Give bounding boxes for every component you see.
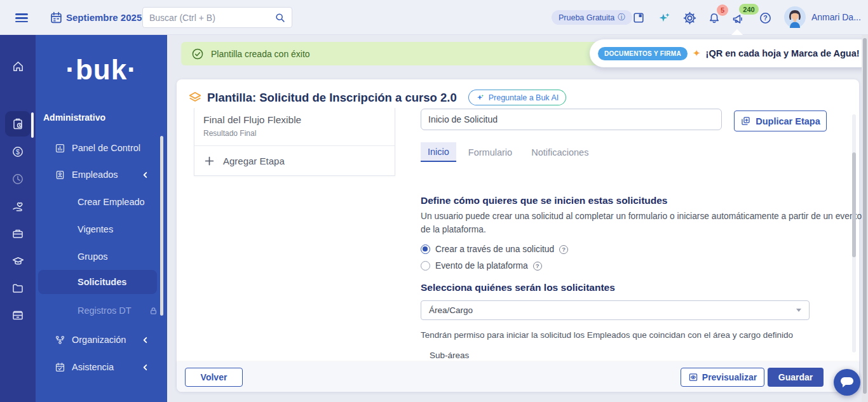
toast-arrow	[731, 29, 743, 35]
clock-icon	[11, 173, 24, 185]
folder-icon	[11, 282, 24, 295]
ai-assistant-button[interactable]	[658, 11, 672, 25]
sidebar-item-organizacion[interactable]: Organización	[38, 332, 158, 347]
home-icon	[12, 60, 24, 72]
permission-note: Tendrán permiso para iniciar la solicitu…	[421, 330, 793, 340]
question-icon[interactable]: ?	[559, 245, 568, 254]
icon-rail: $	[0, 35, 36, 402]
save-button[interactable]: Guardar	[768, 368, 824, 387]
trial-badge[interactable]: Prueba Gratuita ⓘ	[552, 10, 632, 25]
help-icon: ?	[759, 11, 773, 25]
save-shortcut-button[interactable]	[632, 11, 646, 25]
sidebar-item-solicitudes[interactable]: Solicitudes	[38, 274, 158, 290]
calendar-check-icon	[55, 362, 65, 373]
chevron-left-icon	[142, 364, 149, 371]
rail-assets-button[interactable]	[5, 303, 31, 328]
stage-name-input[interactable]	[421, 109, 722, 130]
rail-home-button[interactable]	[5, 53, 31, 79]
chevron-left-icon	[142, 337, 149, 344]
radio-unselected-icon[interactable]	[421, 261, 430, 271]
duplicate-stage-button[interactable]: Duplicar Etapa	[734, 111, 827, 131]
plus-icon	[205, 156, 214, 166]
card-footer: Volver Previsualizar Guardar	[177, 362, 859, 392]
sidebar-item-registros-dt[interactable]: Registros DT	[38, 303, 158, 318]
announcement-toast[interactable]: DOCUMENTOS Y FIRMA ✦ ¡QR en cada hoja y …	[590, 39, 868, 67]
sidebar-item-label: Empleados	[72, 170, 142, 180]
lock-icon	[149, 307, 158, 315]
id-badge-icon	[55, 170, 65, 180]
editor-scrollbar-thumb[interactable]	[852, 152, 856, 257]
tab-formulario[interactable]: Formulario	[461, 142, 519, 162]
tab-inicio[interactable]: Inicio	[421, 142, 456, 162]
page-scrollbar-track[interactable]	[862, 35, 868, 402]
sidebar-item-label: Crear Empleado	[78, 197, 158, 207]
requester-type-select[interactable]: Área/Cargo	[421, 300, 810, 320]
info-icon: ⓘ	[618, 12, 625, 23]
search-box	[142, 7, 292, 28]
trial-badge-label: Prueba Gratuita	[559, 13, 614, 22]
section-title-requesters: Selecciona quiénes serán los solicitante…	[421, 282, 615, 293]
chat-support-button[interactable]	[834, 369, 860, 396]
svg-text:?: ?	[763, 14, 767, 22]
calendar-icon[interactable]	[50, 11, 63, 24]
radio-selected-icon[interactable]	[421, 245, 430, 254]
help-button[interactable]: ?	[759, 11, 773, 25]
hamburger-menu-icon[interactable]	[15, 11, 28, 23]
search-input[interactable]	[149, 8, 273, 27]
sidebar-item-label: Vigentes	[78, 224, 158, 234]
save-button-label: Guardar	[778, 372, 813, 382]
sidebar-item-label: Registros DT	[78, 305, 132, 316]
add-stage-label: Agregar Etapa	[223, 156, 285, 166]
rail-payroll-button[interactable]: $	[5, 139, 31, 164]
sidebar-item-empleados[interactable]: Empleados	[38, 167, 158, 182]
sidebar-item-grupos[interactable]: Grupos	[38, 249, 158, 264]
radio-option-evento[interactable]: Evento de la plataforma ?	[421, 261, 542, 271]
template-card: Plantilla: Solicitud de Inscripción a cu…	[177, 79, 859, 392]
add-stage-button[interactable]: Agregar Etapa	[194, 146, 395, 175]
rail-requests-button[interactable]	[5, 111, 31, 137]
rail-benefits-button[interactable]	[5, 194, 31, 219]
back-button-label: Volver	[201, 372, 227, 382]
sidebar-scrollbar[interactable]	[160, 136, 163, 316]
briefcase-icon	[11, 227, 24, 240]
graduation-cap-icon	[11, 255, 25, 268]
hand-heart-icon	[11, 200, 25, 213]
sparkle-icon: ✦	[693, 48, 701, 59]
ask-buk-ai-button[interactable]: Preguntale a Buk AI	[468, 90, 567, 105]
period-label[interactable]: Septiembre 2025	[66, 12, 142, 23]
rail-time-button[interactable]	[5, 166, 31, 192]
notification-count-badge[interactable]: 5	[717, 4, 728, 16]
tab-notificaciones[interactable]: Notificaciones	[524, 142, 595, 162]
svg-text:$: $	[16, 148, 20, 156]
back-button[interactable]: Volver	[185, 368, 243, 387]
rail-documents-button[interactable]	[5, 276, 31, 301]
rail-recruitment-button[interactable]	[5, 221, 31, 246]
radio-option-solicitud[interactable]: Crear a través de una solicitud ?	[421, 245, 568, 254]
rail-training-button[interactable]	[5, 248, 31, 274]
settings-button[interactable]	[683, 11, 697, 25]
main-area: Plantilla creada con éxito DOCUMENTOS Y …	[167, 35, 868, 402]
user-name[interactable]: Anmari Da...	[811, 12, 861, 22]
page-scrollbar-thumb[interactable]	[863, 38, 867, 394]
radio-option-label: Crear a través de una solicitud	[435, 245, 554, 254]
search-icon[interactable]	[275, 12, 286, 23]
sidebar-item-vigentes[interactable]: Vigentes	[38, 222, 158, 237]
preview-button[interactable]: Previsualizar	[681, 368, 764, 387]
stage-item-final[interactable]: Final del Flujo Flexible Resultado Final	[194, 108, 395, 146]
megaphone-icon	[731, 13, 745, 25]
stage-tabs: Inicio Formulario Notificaciones	[421, 142, 595, 162]
sidebar-item-label: Asistencia	[72, 362, 142, 372]
duplicate-stage-label: Duplicar Etapa	[756, 116, 820, 126]
avatar[interactable]	[784, 6, 806, 28]
sidebar: ·buk· Administrativo Panel de Control Em…	[36, 35, 167, 402]
question-icon[interactable]: ?	[533, 262, 542, 271]
preview-eye-icon	[688, 372, 698, 382]
announcement-count-badge[interactable]: 240	[739, 4, 759, 15]
sidebar-item-asistencia[interactable]: Asistencia	[38, 359, 158, 375]
ask-buk-ai-label: Preguntale a Buk AI	[489, 93, 559, 102]
sidebar-item-panel-de-control[interactable]: Panel de Control	[38, 140, 158, 156]
gear-icon	[683, 11, 697, 25]
sidebar-item-crear-empleado[interactable]: Crear Empleado	[38, 194, 158, 210]
sidebar-item-label: Grupos	[78, 251, 158, 262]
org-chart-icon	[55, 335, 65, 345]
